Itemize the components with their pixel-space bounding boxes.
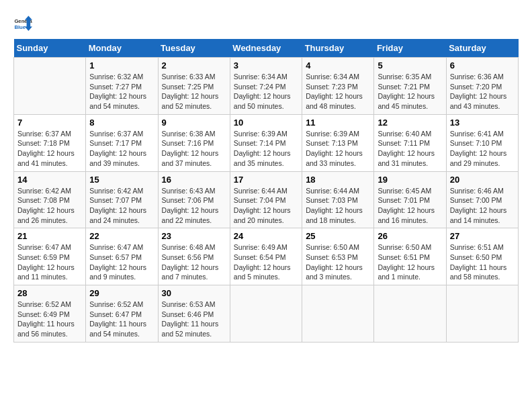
day-info: Sunrise: 6:33 AM Sunset: 7:25 PM Dayligh… [162,72,226,111]
day-number: 30 [162,288,226,298]
week-row-2: 7Sunrise: 6:37 AM Sunset: 7:18 PM Daylig… [14,114,519,171]
day-cell: 19Sunrise: 6:45 AM Sunset: 7:01 PM Dayli… [374,171,446,228]
day-cell: 1Sunrise: 6:32 AM Sunset: 7:27 PM Daylig… [86,58,158,115]
day-cell [230,285,302,342]
day-info: Sunrise: 6:34 AM Sunset: 7:23 PM Dayligh… [306,72,370,111]
day-number: 18 [306,175,370,185]
day-number: 13 [450,118,515,128]
day-info: Sunrise: 6:43 AM Sunset: 7:06 PM Dayligh… [162,186,226,226]
day-info: Sunrise: 6:47 AM Sunset: 6:57 PM Dayligh… [89,242,154,282]
day-number: 9 [162,118,226,128]
day-info: Sunrise: 6:34 AM Sunset: 7:24 PM Dayligh… [234,72,298,111]
day-info: Sunrise: 6:52 AM Sunset: 6:49 PM Dayligh… [17,300,82,339]
day-cell: 12Sunrise: 6:40 AM Sunset: 7:11 PM Dayli… [374,114,446,171]
day-cell: 18Sunrise: 6:44 AM Sunset: 7:03 PM Dayli… [302,171,374,228]
day-cell: 2Sunrise: 6:33 AM Sunset: 7:25 PM Daylig… [158,58,230,115]
day-info: Sunrise: 6:44 AM Sunset: 7:03 PM Dayligh… [306,186,370,226]
day-cell: 26Sunrise: 6:50 AM Sunset: 6:51 PM Dayli… [374,228,446,285]
day-info: Sunrise: 6:37 AM Sunset: 7:17 PM Dayligh… [89,129,154,169]
day-info: Sunrise: 6:32 AM Sunset: 7:27 PM Dayligh… [89,72,154,111]
day-number: 16 [162,175,226,185]
day-info: Sunrise: 6:52 AM Sunset: 6:47 PM Dayligh… [89,300,154,339]
svg-text:Blue: Blue [14,24,26,30]
day-header-friday: Friday [374,39,446,58]
day-header-tuesday: Tuesday [158,39,230,58]
day-cell: 7Sunrise: 6:37 AM Sunset: 7:18 PM Daylig… [14,114,86,171]
day-cell: 14Sunrise: 6:42 AM Sunset: 7:08 PM Dayli… [14,171,86,228]
day-cell: 20Sunrise: 6:46 AM Sunset: 7:00 PM Dayli… [446,171,518,228]
day-info: Sunrise: 6:45 AM Sunset: 7:01 PM Dayligh… [378,186,442,226]
day-number: 22 [89,231,154,241]
day-number: 1 [89,60,154,71]
day-info: Sunrise: 6:41 AM Sunset: 7:10 PM Dayligh… [450,129,515,169]
day-number: 3 [234,60,298,71]
day-number: 6 [450,60,515,71]
week-row-4: 21Sunrise: 6:47 AM Sunset: 6:59 PM Dayli… [14,228,519,285]
day-number: 20 [450,175,515,185]
day-cell [446,285,518,342]
day-cell: 8Sunrise: 6:37 AM Sunset: 7:17 PM Daylig… [86,114,158,171]
day-info: Sunrise: 6:48 AM Sunset: 6:56 PM Dayligh… [162,242,226,282]
day-number: 17 [234,175,298,185]
logo: General Blue [13,13,32,32]
day-cell [302,285,374,342]
day-cell: 17Sunrise: 6:44 AM Sunset: 7:04 PM Dayli… [230,171,302,228]
day-cell: 29Sunrise: 6:52 AM Sunset: 6:47 PM Dayli… [86,285,158,342]
day-cell: 4Sunrise: 6:34 AM Sunset: 7:23 PM Daylig… [302,58,374,115]
day-number: 8 [89,118,154,128]
day-header-monday: Monday [86,39,158,58]
day-cell [374,285,446,342]
day-cell: 27Sunrise: 6:51 AM Sunset: 6:50 PM Dayli… [446,228,518,285]
day-number: 2 [162,60,226,71]
day-header-saturday: Saturday [446,39,518,58]
day-info: Sunrise: 6:47 AM Sunset: 6:59 PM Dayligh… [17,242,82,282]
day-info: Sunrise: 6:50 AM Sunset: 6:53 PM Dayligh… [306,242,370,282]
day-header-thursday: Thursday [302,39,374,58]
day-cell: 22Sunrise: 6:47 AM Sunset: 6:57 PM Dayli… [86,228,158,285]
week-row-1: 1Sunrise: 6:32 AM Sunset: 7:27 PM Daylig… [14,58,519,115]
day-number: 11 [306,118,370,128]
day-number: 10 [234,118,298,128]
calendar-header-row: SundayMondayTuesdayWednesdayThursdayFrid… [14,39,519,58]
day-number: 23 [162,231,226,241]
day-info: Sunrise: 6:35 AM Sunset: 7:21 PM Dayligh… [378,72,442,111]
day-cell: 25Sunrise: 6:50 AM Sunset: 6:53 PM Dayli… [302,228,374,285]
day-cell: 23Sunrise: 6:48 AM Sunset: 6:56 PM Dayli… [158,228,230,285]
day-number: 12 [378,118,442,128]
day-number: 5 [378,60,442,71]
logo-icon: General Blue [13,13,32,32]
day-number: 19 [378,175,442,185]
day-info: Sunrise: 6:42 AM Sunset: 7:08 PM Dayligh… [17,186,82,226]
day-cell: 6Sunrise: 6:36 AM Sunset: 7:20 PM Daylig… [446,58,518,115]
day-info: Sunrise: 6:38 AM Sunset: 7:16 PM Dayligh… [162,129,226,169]
day-number: 28 [17,288,82,298]
day-info: Sunrise: 6:50 AM Sunset: 6:51 PM Dayligh… [378,242,442,282]
week-row-3: 14Sunrise: 6:42 AM Sunset: 7:08 PM Dayli… [14,171,519,228]
day-info: Sunrise: 6:40 AM Sunset: 7:11 PM Dayligh… [378,129,442,169]
day-info: Sunrise: 6:46 AM Sunset: 7:00 PM Dayligh… [450,186,515,226]
day-number: 14 [17,175,82,185]
day-number: 27 [450,231,515,241]
day-header-sunday: Sunday [14,39,86,58]
day-header-wednesday: Wednesday [230,39,302,58]
day-info: Sunrise: 6:36 AM Sunset: 7:20 PM Dayligh… [450,72,515,111]
day-info: Sunrise: 6:53 AM Sunset: 6:46 PM Dayligh… [162,300,226,339]
day-cell: 11Sunrise: 6:39 AM Sunset: 7:13 PM Dayli… [302,114,374,171]
day-cell: 28Sunrise: 6:52 AM Sunset: 6:49 PM Dayli… [14,285,86,342]
calendar: SundayMondayTuesdayWednesdayThursdayFrid… [13,39,519,342]
day-cell: 15Sunrise: 6:42 AM Sunset: 7:07 PM Dayli… [86,171,158,228]
day-cell: 10Sunrise: 6:39 AM Sunset: 7:14 PM Dayli… [230,114,302,171]
week-row-5: 28Sunrise: 6:52 AM Sunset: 6:49 PM Dayli… [14,285,519,342]
day-number: 4 [306,60,370,71]
day-number: 25 [306,231,370,241]
day-cell: 3Sunrise: 6:34 AM Sunset: 7:24 PM Daylig… [230,58,302,115]
day-cell: 21Sunrise: 6:47 AM Sunset: 6:59 PM Dayli… [14,228,86,285]
day-info: Sunrise: 6:42 AM Sunset: 7:07 PM Dayligh… [89,186,154,226]
day-cell: 13Sunrise: 6:41 AM Sunset: 7:10 PM Dayli… [446,114,518,171]
day-info: Sunrise: 6:51 AM Sunset: 6:50 PM Dayligh… [450,242,515,282]
day-number: 21 [17,231,82,241]
day-info: Sunrise: 6:37 AM Sunset: 7:18 PM Dayligh… [17,129,82,169]
day-info: Sunrise: 6:49 AM Sunset: 6:54 PM Dayligh… [234,242,298,282]
day-number: 24 [234,231,298,241]
day-cell: 30Sunrise: 6:53 AM Sunset: 6:46 PM Dayli… [158,285,230,342]
